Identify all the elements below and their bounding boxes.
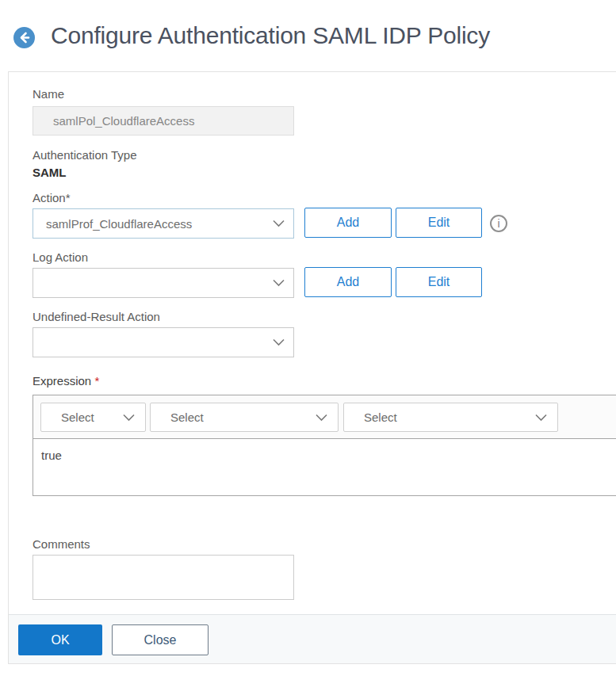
chevron-down-icon [122,413,136,422]
ok-button[interactable]: OK [18,624,102,655]
action-label: Action* [33,191,71,204]
chevron-down-icon [272,278,285,288]
chevron-down-icon [272,219,285,228]
configure-saml-idp-policy-page: Configure Authentication SAML IDP Policy… [0,0,616,695]
expression-select-3-value: Select [364,411,397,424]
comments-input[interactable] [33,555,294,600]
comments-label: Comments [33,537,90,551]
expression-select-1[interactable]: Select [40,403,146,432]
expression-select-2[interactable]: Select [150,403,339,432]
expression-label: Expression * [33,374,99,388]
expression-editor: Select Select Select [33,395,616,496]
action-select-value: samlProf_CloudflareAccess [46,217,192,231]
action-add-button[interactable]: Add [304,208,392,238]
chevron-down-icon [315,413,328,422]
undefined-result-action-select[interactable] [33,327,294,357]
expression-input[interactable]: true [33,439,616,495]
arrow-left-circle-icon [13,37,35,51]
info-circle-icon[interactable]: i [490,215,507,232]
page-title: Configure Authentication SAML IDP Policy [51,22,606,49]
log-action-add-button[interactable]: Add [304,267,392,297]
action-edit-button[interactable]: Edit [396,208,482,238]
name-label: Name [33,87,64,101]
form-footer: OK Close [9,614,616,663]
undefined-result-action-label: Undefined-Result Action [33,310,160,323]
expression-label-text: Expression [33,374,91,388]
auth-type-value: SAML [33,166,67,179]
auth-type-label: Authentication Type [33,148,136,162]
expression-select-2-value: Select [170,411,204,424]
close-button[interactable]: Close [112,624,209,655]
log-action-edit-button[interactable]: Edit [396,267,482,297]
required-asterisk: * [94,374,99,388]
chevron-down-icon [272,338,285,347]
expression-select-3[interactable]: Select [343,403,558,432]
action-select[interactable]: samlProf_CloudflareAccess [33,208,294,239]
log-action-select[interactable] [33,268,294,298]
log-action-label: Log Action [33,250,88,264]
expression-toolbar: Select Select Select [33,395,616,439]
back-button[interactable] [13,27,35,48]
name-input: samlPol_CloudflareAccess [33,106,294,136]
form-panel: Name samlPol_CloudflareAccess Authentica… [8,71,616,664]
expression-select-1-value: Select [61,411,94,424]
chevron-down-icon [534,413,548,422]
page-header: Configure Authentication SAML IDP Policy [0,0,616,71]
